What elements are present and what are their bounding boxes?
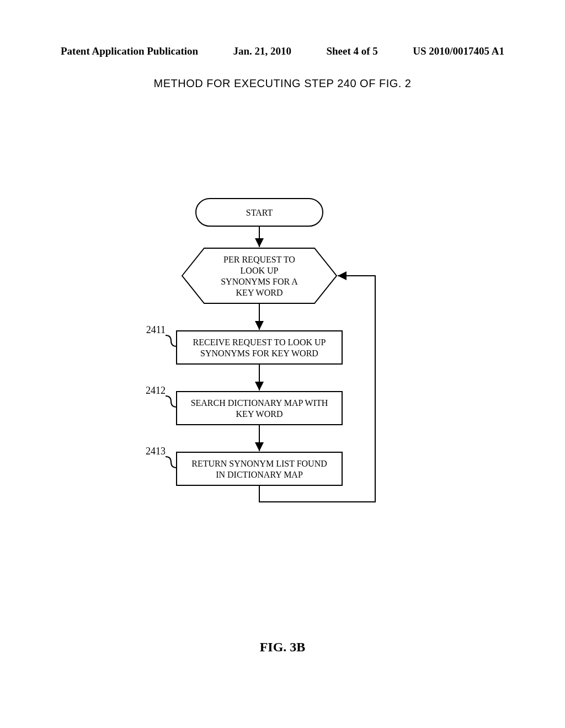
step2-text-1: SEARCH DICTIONARY MAP WITH: [191, 398, 328, 408]
step2-text-2: KEY WORD: [236, 409, 283, 419]
step1-text-2: SYNONYMS FOR KEY WORD: [200, 349, 318, 358]
figure-label: FIG. 3B: [0, 640, 565, 655]
step3-box: [177, 452, 342, 485]
step3-text-2: IN DICTIONARY MAP: [216, 470, 303, 479]
header-pubnum: US 2010/0017405 A1: [413, 45, 504, 57]
diagram-title: METHOD FOR EXECUTING STEP 240 OF FIG. 2: [0, 77, 565, 90]
flowchart: START PER REQUEST TO LOOK UP SYNONYMS FO…: [143, 193, 452, 535]
decision-text-1: PER REQUEST TO: [223, 255, 295, 264]
step1-box: [177, 331, 342, 364]
step2-ref: 2412: [146, 385, 166, 396]
step2-ref-leader: [166, 396, 177, 407]
header-sheet: Sheet 4 of 5: [326, 45, 377, 57]
step1-ref: 2411: [146, 324, 166, 335]
step2-box: [177, 392, 342, 425]
header-publication: Patent Application Publication: [61, 45, 198, 57]
start-label: START: [246, 208, 273, 217]
step3-ref: 2413: [146, 446, 166, 457]
step1-ref-leader: [166, 335, 177, 346]
header-date: Jan. 21, 2010: [233, 45, 292, 57]
step1-text-1: RECEIVE REQUEST TO LOOK UP: [193, 338, 326, 347]
decision-text-3: SYNONYMS FOR A: [221, 277, 298, 286]
page-header: Patent Application Publication Jan. 21, …: [0, 45, 565, 57]
decision-text-4: KEY WORD: [236, 288, 283, 297]
decision-text-2: LOOK UP: [241, 266, 279, 275]
step3-text-1: RETURN SYNONYM LIST FOUND: [191, 459, 327, 468]
step3-ref-leader: [166, 457, 177, 468]
